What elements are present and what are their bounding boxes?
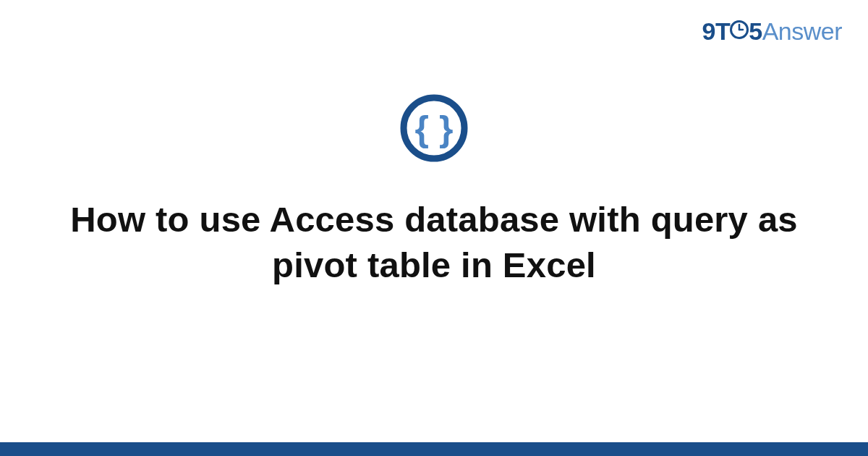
clock-icon <box>729 17 749 46</box>
svg-text:{ }: { } <box>415 109 454 149</box>
footer-bar <box>0 442 868 456</box>
page-title: How to use Access database with query as… <box>43 197 825 287</box>
site-logo: 9T 5Answer <box>702 17 842 48</box>
code-braces-icon: { } <box>399 93 469 164</box>
logo-text-answer: Answer <box>762 17 842 45</box>
logo-text-5: 5 <box>749 17 762 45</box>
logo-text-9t: 9T <box>702 17 731 45</box>
